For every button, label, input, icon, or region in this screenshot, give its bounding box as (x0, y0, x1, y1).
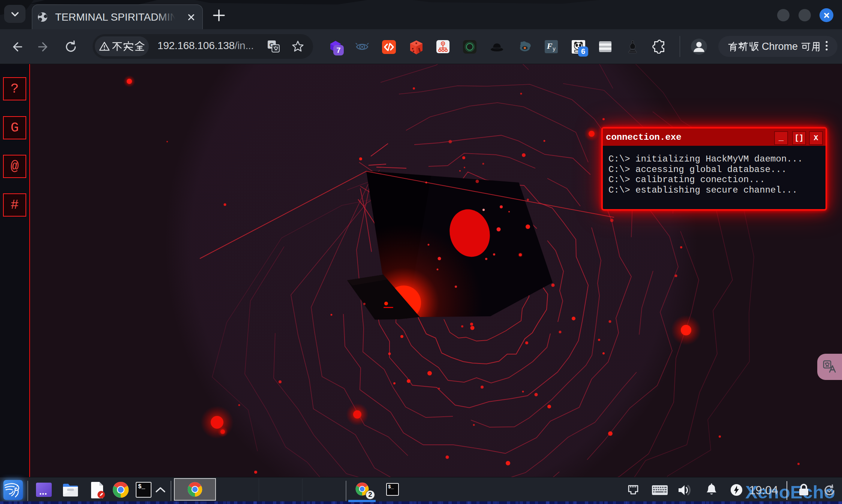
svg-text:y: y (553, 45, 556, 52)
svg-text:F: F (547, 41, 553, 51)
